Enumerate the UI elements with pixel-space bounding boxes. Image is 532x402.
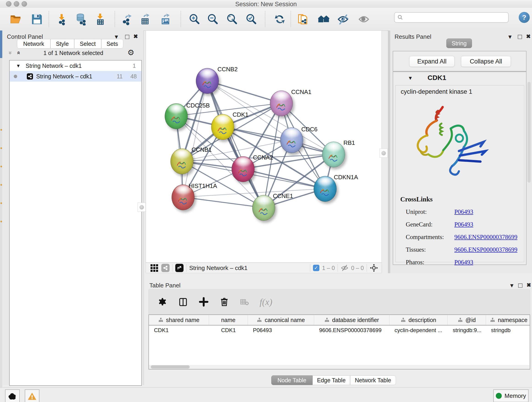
control-panel-splitter-grip[interactable] [138,203,146,212]
column-header-namespace[interactable]: namespace [486,315,530,325]
close-panel-icon[interactable]: ✖ [526,282,531,288]
maximize-panel-icon[interactable]: □ [125,33,129,41]
network-edge-hist1h1a-ccne1[interactable] [183,197,264,208]
tab-sets[interactable]: Sets [101,39,123,49]
column-header-name[interactable]: name [209,315,248,325]
tab-network[interactable]: Network [17,39,51,49]
collapse-all-button[interactable]: Collapse All [461,56,511,67]
float-panel-icon[interactable]: ▼ [509,282,515,289]
selected-count-checkbox[interactable]: ✓ [313,265,319,271]
results-panel-title: Results Panel [394,33,431,40]
zoom-out-button[interactable] [206,12,220,26]
table-cell[interactable]: CDK1 [149,327,209,333]
network-node-ccnb1[interactable] [171,148,193,174]
birdseye-crosshair-icon[interactable] [370,264,378,272]
export-network-button[interactable] [120,12,133,26]
maximize-panel-icon[interactable]: □ [518,281,522,289]
tab-style[interactable]: Style [51,39,74,49]
network-edge-ccna2-cdkn1a[interactable] [243,169,325,189]
maximize-panel-icon[interactable]: □ [518,33,522,41]
import-network-file-button[interactable] [55,12,68,26]
hide-selected-button[interactable] [336,12,350,26]
show-columns-icon[interactable] [178,297,188,307]
warnings-button[interactable] [25,389,39,402]
network-row-selected[interactable]: String Network – cdk1 11 48 [10,71,141,82]
crosslink-value-link[interactable]: P06493 [454,259,473,266]
gear-icon[interactable]: ⚙ [127,48,134,57]
network-node-ccnb2[interactable] [196,68,219,94]
close-panel-icon[interactable]: ✖ [133,33,138,40]
network-collection-row[interactable]: ▼ String Network – cdk1 1 [10,61,141,71]
export-table-button[interactable] [138,12,152,26]
results-panel-splitter-grip[interactable] [380,148,388,158]
crosslink-value-link[interactable]: 9606.ENSP00000378699 [454,246,517,253]
import-network-database-button[interactable] [74,12,88,26]
collapse-section-icon[interactable]: ▼ [408,75,413,81]
network-node-rb1[interactable] [322,142,345,167]
memory-button[interactable]: Memory [493,389,529,402]
network-edge-ccnb2-hist1h1a[interactable] [183,81,207,197]
export-image-button[interactable] [158,12,172,26]
help-button[interactable]: ? [519,12,530,23]
table-cell[interactable]: stringdb [486,327,530,333]
network-node-cdc6[interactable] [280,128,303,153]
table-cell[interactable]: stringdb:9... [448,327,486,333]
float-panel-icon[interactable]: ▼ [507,34,513,40]
grid-view-icon[interactable] [151,264,158,272]
protein-description: cyclin-dependent kinase 1 [401,88,472,95]
collapse-all-networks-icon[interactable]: » [7,51,14,54]
network-view-canvas[interactable]: CCNB2 CCNA1 CDC25B CDK1 CDC6 RB1 [146,31,382,263]
table-settings-gear-icon[interactable] [157,297,167,307]
save-session-button[interactable] [30,12,44,26]
table-cell[interactable]: P06493 [248,327,314,333]
table-row[interactable]: CDK1CDK1P064939606.ENSP00000378699cyclin… [149,325,530,335]
network-node-ccne1[interactable] [252,195,275,221]
network-thumbnail-icon[interactable] [161,264,170,272]
results-scrollbar-thumb[interactable] [527,82,531,183]
network-node-cdkn1a[interactable] [314,176,336,202]
column-header-canonical-name[interactable]: canonical name [248,315,314,325]
tree-expander-icon[interactable]: ▼ [16,63,21,69]
network-node-ccna1[interactable] [270,90,293,116]
show-all-button[interactable] [357,12,370,26]
cloud-button[interactable] [5,389,20,402]
import-table-file-button[interactable] [94,12,107,26]
expand-all-button[interactable]: Expand All [409,56,455,67]
crosslink-value-link[interactable]: 9606.ENSP00000378699 [454,234,517,241]
network-node-cdc25b[interactable] [165,103,188,129]
column-header-database-identifier[interactable]: database identifier [314,315,389,325]
tab-network-table[interactable]: Network Table [350,375,396,385]
separator [337,264,338,272]
add-column-icon[interactable] [199,297,209,307]
column-header--id[interactable]: @id [448,315,486,325]
column-header-shared-name[interactable]: shared name [149,315,209,325]
close-panel-icon[interactable]: ✖ [526,33,531,40]
table-cell[interactable]: cyclin-dependent ... [389,327,448,333]
network-node-ccna2[interactable] [232,156,254,182]
zoom-selected-button[interactable] [245,12,258,26]
column-header-description[interactable]: description [389,315,448,325]
table-cell[interactable]: 9606.ENSP00000378699 [314,327,389,333]
delete-column-trash-icon[interactable] [219,297,229,307]
crosslink-value-link[interactable]: P06493 [454,208,473,216]
eye-icon [358,13,370,26]
crosslink-value-link[interactable]: P06493 [454,221,473,228]
tab-string[interactable]: String [446,38,472,48]
open-session-button[interactable] [9,12,22,26]
tab-node-table[interactable]: Node Table [271,375,312,385]
tab-edge-table[interactable]: Edge Table [312,375,350,385]
zoom-fit-button[interactable] [225,12,239,26]
search-input[interactable] [403,14,500,21]
refresh-button[interactable] [273,12,286,26]
expand-all-networks-icon[interactable]: » [15,51,22,54]
first-neighbors-button[interactable] [317,12,330,26]
zoom-in-button[interactable] [188,12,201,26]
table-hscrollbar-thumb[interactable] [151,365,190,369]
edge-count: 48 [130,73,137,80]
open-in-window-icon[interactable] [175,264,184,272]
network-node-cdk1[interactable] [211,114,234,140]
table-cell[interactable]: CDK1 [209,327,248,333]
table-hscrollbar[interactable] [149,365,529,369]
duplicate-network-button[interactable] [296,12,309,26]
tab-select[interactable]: Select [74,39,101,49]
